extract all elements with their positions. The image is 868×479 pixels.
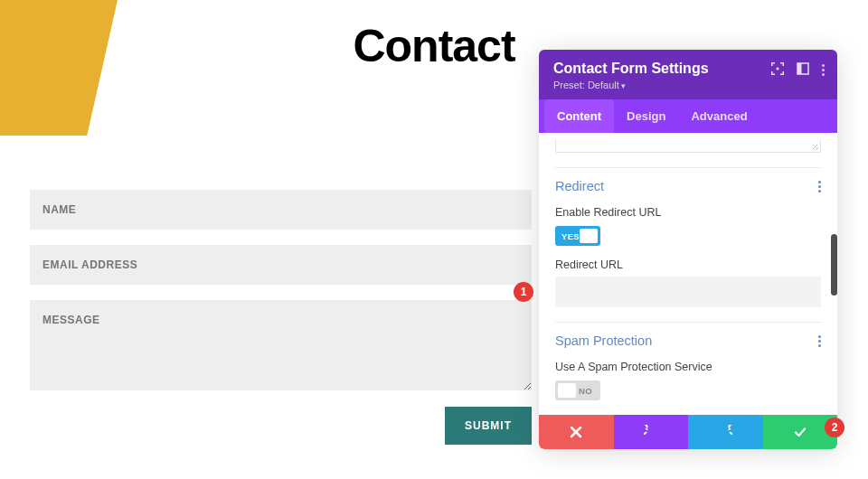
close-icon [569,425,583,439]
kebab-menu-icon[interactable] [822,64,825,76]
undo-button[interactable] [614,415,689,449]
scrollbar-thumb[interactable] [831,234,837,296]
tab-content[interactable]: Content [544,99,614,133]
annotation-badge-2: 2 [825,418,844,437]
email-field[interactable] [30,245,532,285]
contact-form: SUBMIT [30,190,532,445]
svg-rect-7 [783,71,785,75]
name-field[interactable] [30,190,532,230]
redo-icon [718,425,732,439]
panel-tabs: Content Design Advanced [539,99,837,133]
svg-rect-1 [771,62,773,66]
spam-service-label: Use A Spam Protection Service [555,361,821,373]
redirect-url-label: Redirect URL [555,258,821,271]
tab-advanced[interactable]: Advanced [678,99,760,133]
redo-button[interactable] [688,415,763,449]
section-menu-icon[interactable] [818,181,821,193]
submit-button[interactable]: SUBMIT [445,407,532,445]
message-field[interactable] [30,300,532,390]
decorative-yellow-shape [0,0,118,136]
svg-point-8 [777,68,779,70]
undo-icon [644,425,658,439]
section-menu-icon[interactable] [818,335,821,347]
expand-icon[interactable] [771,62,784,78]
tab-design[interactable]: Design [614,99,678,133]
chevron-down-icon: ▾ [621,81,626,90]
redirect-url-input[interactable] [555,277,821,307]
panel-header: Contact Form Settings Preset: Default▾ [539,50,837,99]
action-bar [539,415,837,449]
preset-selector[interactable]: Preset: Default▾ [553,80,823,90]
section-title-spam[interactable]: Spam Protection [555,333,652,348]
enable-redirect-toggle[interactable]: YES [555,226,600,246]
snap-icon[interactable] [797,62,809,78]
preset-label: Preset: Default [553,80,619,90]
panel-body: Redirect Enable Redirect URL YES Redirec… [539,133,837,415]
divider [555,167,821,168]
settings-panel: Contact Form Settings Preset: Default▾ C… [539,50,837,449]
toggle-knob [558,383,576,398]
section-title-redirect[interactable]: Redirect [555,179,604,193]
svg-rect-5 [771,71,773,75]
svg-rect-3 [783,62,785,66]
discard-button[interactable] [539,415,614,449]
textarea-fragment[interactable] [555,140,821,153]
check-icon [793,425,807,439]
divider [555,322,821,323]
toggle-knob [580,229,598,243]
annotation-badge-1: 1 [514,282,533,302]
page-title: Contact [353,20,514,72]
svg-rect-10 [797,63,802,74]
enable-redirect-label: Enable Redirect URL [555,206,821,219]
toggle-yes-text: YES [555,231,580,241]
spam-service-toggle[interactable]: NO [555,380,600,400]
